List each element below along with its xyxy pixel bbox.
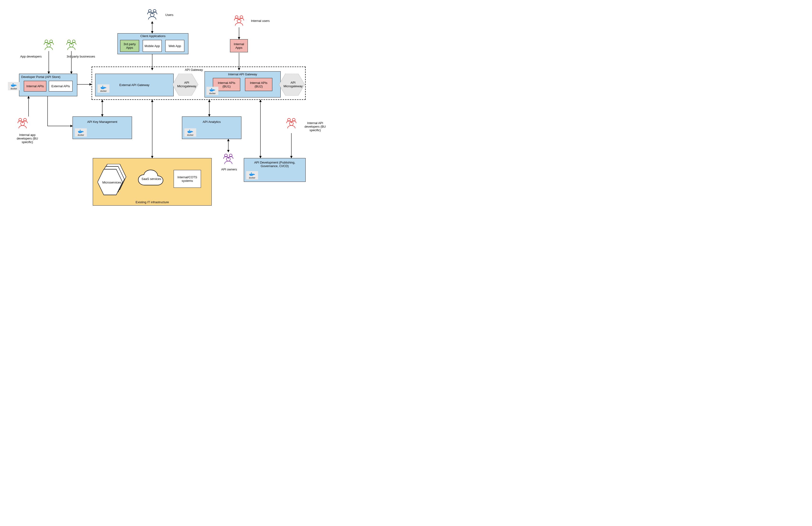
third-party-apps-box: 3rd party Apps — [120, 40, 139, 52]
docker-icon: docker — [8, 82, 20, 90]
internal-gateway-title: Internal API Gateway — [205, 73, 280, 76]
internal-users-label: Internal users — [251, 19, 270, 22]
internal-api-devs-label: Internal API developers (BU specific) — [303, 121, 327, 132]
dev-portal-title: Developer Portal (API Store) — [21, 75, 60, 79]
internal-api-devs-icon — [282, 117, 301, 130]
internal-app-devs-icon — [13, 117, 32, 130]
internal-apps-box: Internal Apps — [230, 39, 248, 52]
internal-users-icon — [230, 14, 249, 27]
docker-icon: docker — [184, 129, 196, 137]
docker-icon: docker — [246, 171, 258, 179]
mobile-app-box: Mobile App — [143, 40, 162, 52]
docker-icon: docker — [98, 85, 110, 93]
client-apps-title: Client Applications — [118, 34, 188, 38]
app-devs-label: App developers — [20, 55, 42, 58]
third-party-label: 3rd party businesses — [67, 55, 95, 58]
docker-icon: docker — [75, 129, 87, 137]
infra-title: Existing IT infrastructure — [135, 200, 169, 204]
diagram-canvas: Users Internal users App developers 3rd … — [0, 0, 352, 226]
api-owners-label: API owners — [221, 168, 237, 171]
internal-apis-box: Internal APIs — [24, 81, 46, 91]
app-devs-icon — [39, 38, 58, 51]
microgateway-label: API Microgateway — [284, 81, 303, 88]
api-gateway-label: API Gateway — [185, 68, 203, 72]
microgateway-label: API Microgateway — [177, 81, 196, 88]
microservices-label: Microservices — [100, 181, 124, 184]
internal-apis-bu2: Internal APIs (BU2) — [245, 78, 272, 91]
third-party-icon — [62, 38, 81, 51]
api-owners-icon — [219, 152, 238, 165]
internal-app-devs-label: Internal app developers (BU specific) — [13, 133, 42, 144]
docker-icon: docker — [206, 87, 218, 95]
web-app-box: Web App — [165, 40, 184, 52]
users-icon — [143, 7, 162, 21]
saas-label: SaaS services — [142, 177, 161, 181]
cots-box: Internal/COTS systems — [174, 170, 201, 188]
external-apis-box: External APIs — [49, 81, 73, 91]
users-label: Users — [165, 13, 173, 17]
